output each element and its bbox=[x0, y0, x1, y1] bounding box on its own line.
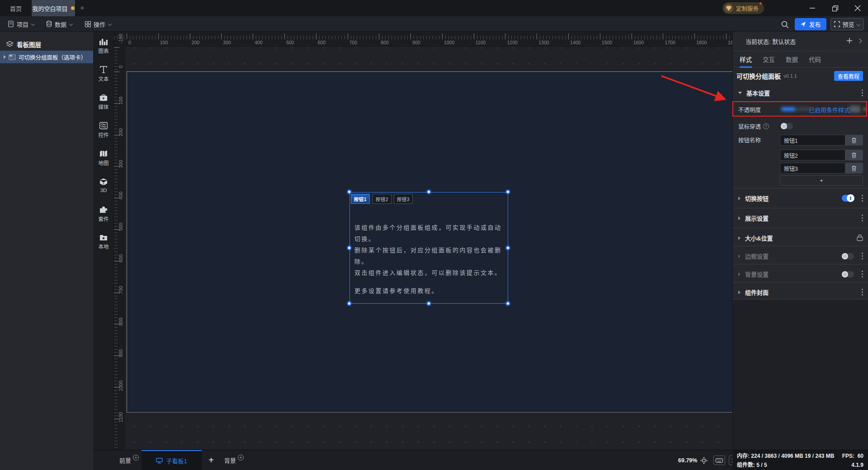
delete-button-3[interactable] bbox=[845, 163, 863, 174]
zoom-level[interactable]: 69.79% bbox=[678, 450, 697, 470]
toolbox-item-local[interactable]: 本地 bbox=[93, 234, 114, 257]
resize-handle-nw[interactable] bbox=[347, 190, 351, 194]
view-tutorial-button[interactable]: 查看教程 bbox=[834, 71, 863, 81]
border-settings-toggle[interactable] bbox=[842, 253, 854, 259]
search-button[interactable] bbox=[778, 18, 791, 31]
panel-tab-interaction[interactable]: 交互 bbox=[763, 51, 775, 68]
opacity-row[interactable]: 不透明度 已启用条件样式 bbox=[733, 102, 868, 117]
layer-item-tab-panel[interactable]: 可切换分组面板（选项卡） bbox=[0, 51, 93, 63]
add-foreground-icon[interactable]: + bbox=[133, 455, 139, 461]
add-subboard-button[interactable]: + bbox=[203, 450, 219, 470]
add-button-name-button[interactable]: + bbox=[780, 175, 863, 186]
grid-icon bbox=[85, 21, 91, 27]
toolbox-item-kits[interactable]: 套件 bbox=[93, 206, 114, 229]
memory-value: 224 / 3863 / 4096 MB 19 / 243 MB bbox=[751, 453, 834, 459]
kebab-menu-icon[interactable] bbox=[861, 289, 863, 296]
menu-project[interactable]: 项目 bbox=[4, 16, 39, 32]
new-tab-button[interactable]: + bbox=[78, 4, 87, 13]
close-button[interactable] bbox=[853, 4, 863, 13]
keyboard-icon bbox=[716, 458, 723, 463]
tab-project[interactable]: 我的空白项目 bbox=[32, 0, 75, 16]
panel-tab-style[interactable]: 样式 bbox=[740, 51, 752, 68]
background-settings-toggle[interactable] bbox=[842, 271, 854, 277]
fullscreen-icon bbox=[834, 21, 840, 27]
toolbox-item-3d[interactable]: 3D bbox=[93, 178, 114, 201]
conditional-style-link[interactable]: 已启用条件样式 bbox=[809, 105, 850, 114]
chevron-down-icon bbox=[31, 22, 35, 26]
custom-service-badge[interactable]: 定制服务 bbox=[722, 2, 764, 14]
delete-button-2[interactable] bbox=[845, 150, 863, 160]
panel-tab-data[interactable]: 数据 bbox=[786, 51, 798, 68]
resize-handle-sw[interactable] bbox=[347, 301, 351, 306]
title-bar: 首页 我的空白项目 + 定制服务 bbox=[0, 0, 868, 16]
delete-button-1[interactable] bbox=[845, 135, 863, 146]
section-basic-settings[interactable]: 基本设置 bbox=[733, 84, 868, 101]
panel-tab-code[interactable]: 代码 bbox=[809, 51, 821, 68]
shortcut-keys-button[interactable] bbox=[713, 456, 725, 465]
toolbox-item-text[interactable]: 文本 bbox=[93, 66, 114, 89]
kebab-menu-icon[interactable] bbox=[861, 195, 863, 202]
kebab-menu-icon[interactable] bbox=[861, 271, 863, 277]
opacity-value-field[interactable] bbox=[849, 106, 860, 113]
component-hint-text: 该组件由多个分组面板组成，可实现手动或自动切换。 删除某个按钮后，对应分组面板的… bbox=[354, 222, 506, 296]
expand-caret-icon bbox=[738, 216, 741, 220]
menu-bar: 项目 数据 操作 发布 预览 bbox=[0, 16, 868, 32]
section-background-settings[interactable]: 背景设置 bbox=[733, 264, 868, 284]
kebab-menu-icon[interactable] bbox=[861, 89, 863, 96]
resize-handle-s[interactable] bbox=[427, 301, 431, 306]
notification-dot-icon bbox=[760, 2, 762, 5]
resize-handle-w[interactable] bbox=[347, 246, 351, 250]
component-tab-button-2[interactable]: 按钮2 bbox=[373, 194, 392, 204]
fit-screen-button[interactable] bbox=[698, 456, 710, 465]
selected-component[interactable]: 按钮1 按钮2 按钮3 该组件由多个分组面板组成，可实现手动或自动切换。 删除某… bbox=[349, 192, 508, 304]
tab-home[interactable]: 首页 bbox=[0, 0, 32, 16]
resize-handle-ne[interactable] bbox=[506, 190, 510, 194]
minimize-button[interactable] bbox=[807, 4, 817, 13]
current-state-label: 当前状态: 默认状态 bbox=[745, 37, 796, 46]
state-expand-chevron-icon[interactable] bbox=[859, 38, 862, 45]
section-display-settings[interactable]: 展示设置 bbox=[733, 208, 868, 228]
component-tab-button-1[interactable]: 按钮1 bbox=[351, 194, 370, 204]
menu-actions[interactable]: 操作 bbox=[80, 16, 116, 32]
resize-handle-n[interactable] bbox=[427, 190, 431, 194]
component-tab-button-3[interactable]: 按钮3 bbox=[394, 194, 413, 204]
preview-button[interactable]: 预览 bbox=[830, 18, 864, 30]
section-switch-buttons[interactable]: 切换按钮 bbox=[733, 188, 868, 208]
resize-handle-se[interactable] bbox=[506, 301, 510, 306]
opacity-extra-control[interactable] bbox=[863, 107, 867, 111]
fps-value: 60 bbox=[858, 453, 863, 459]
publish-button[interactable]: 发布 bbox=[795, 18, 826, 30]
kebab-menu-icon[interactable] bbox=[861, 253, 863, 259]
switch-buttons-toggle[interactable] bbox=[842, 195, 854, 202]
kebab-menu-icon[interactable] bbox=[861, 215, 863, 221]
help-icon[interactable]: ? bbox=[763, 123, 769, 129]
toolbox-item-charts[interactable]: 图表 bbox=[93, 38, 114, 61]
opacity-label: 不透明度 bbox=[738, 105, 761, 114]
toolbox-item-map[interactable]: 地图 bbox=[93, 150, 114, 173]
toolbox-item-controls[interactable]: 控件 bbox=[93, 122, 114, 145]
bottom-bar: 前景 + 子看板1 + 背景 + 69.79% 内存: 224 / 3863 /… bbox=[93, 450, 868, 470]
lock-icon[interactable] bbox=[857, 234, 863, 242]
button-names-label: 按钮名称 bbox=[738, 136, 761, 144]
foreground-label[interactable]: 前景 + bbox=[119, 450, 139, 470]
add-background-icon[interactable]: + bbox=[238, 455, 244, 461]
button-name-input-2[interactable]: 按钮2 bbox=[780, 150, 845, 160]
expand-caret-icon bbox=[738, 273, 741, 276]
collapse-caret-icon bbox=[738, 92, 742, 94]
add-state-button[interactable] bbox=[846, 38, 853, 45]
section-border-settings[interactable]: 边框设置 bbox=[733, 246, 868, 266]
menu-data[interactable]: 数据 bbox=[42, 16, 77, 32]
maximize-button[interactable] bbox=[830, 4, 840, 13]
section-size-position[interactable]: 大小&位置 bbox=[733, 228, 868, 248]
background-label[interactable]: 背景 + bbox=[224, 450, 244, 470]
expand-caret-icon[interactable] bbox=[4, 55, 6, 59]
button-name-input-1[interactable]: 按钮1 bbox=[780, 135, 845, 146]
button-name-input-3[interactable]: 按钮3 bbox=[780, 163, 845, 174]
horizontal-ruler: 0100200300400500600700800900100011001200… bbox=[114, 32, 732, 47]
resize-handle-e[interactable] bbox=[506, 246, 510, 250]
opacity-slider[interactable] bbox=[781, 107, 811, 111]
search-icon bbox=[781, 21, 789, 28]
subboard-tab[interactable]: 子看板1 bbox=[142, 450, 202, 470]
mouse-through-toggle[interactable] bbox=[781, 123, 793, 129]
toolbox-item-media[interactable]: 媒体 bbox=[93, 94, 114, 117]
